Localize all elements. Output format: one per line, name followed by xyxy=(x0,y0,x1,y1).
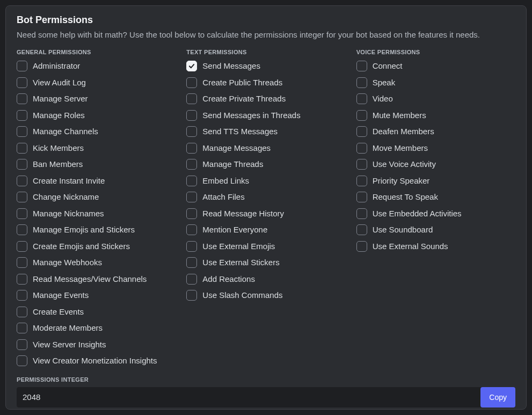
permission-manage-messages[interactable]: Manage Messages xyxy=(186,143,345,154)
permission-use-external-stickers[interactable]: Use External Stickers xyxy=(186,257,345,268)
checkbox[interactable] xyxy=(186,208,197,219)
permission-send-messages-in-threads[interactable]: Send Messages in Threads xyxy=(186,110,345,121)
permission-manage-emojis-and-stickers[interactable]: Manage Emojis and Stickers xyxy=(17,224,176,235)
permission-read-message-history[interactable]: Read Message History xyxy=(186,208,345,219)
permission-administrator[interactable]: Administrator xyxy=(17,61,176,71)
checkbox[interactable] xyxy=(186,257,197,268)
permission-deafen-members[interactable]: Deafen Members xyxy=(356,126,515,137)
checkbox[interactable] xyxy=(186,192,197,202)
checkbox[interactable] xyxy=(356,159,367,170)
permission-ban-members[interactable]: Ban Members xyxy=(17,159,176,170)
permission-use-embedded-activities[interactable]: Use Embedded Activities xyxy=(356,208,515,219)
permission-attach-files[interactable]: Attach Files xyxy=(186,192,345,202)
permission-embed-links[interactable]: Embed Links xyxy=(186,176,345,186)
permission-priority-speaker[interactable]: Priority Speaker xyxy=(356,176,515,186)
checkbox[interactable] xyxy=(186,241,197,252)
permission-send-messages[interactable]: Send Messages xyxy=(186,61,345,71)
checkbox[interactable] xyxy=(17,176,27,186)
checkbox[interactable] xyxy=(17,208,27,219)
permission-label: Create Public Threads xyxy=(202,78,282,88)
checkbox[interactable] xyxy=(186,224,197,235)
checkbox[interactable] xyxy=(17,274,27,285)
checkbox[interactable] xyxy=(17,290,27,301)
checkbox[interactable] xyxy=(17,93,27,104)
permission-create-private-threads[interactable]: Create Private Threads xyxy=(186,93,345,104)
checkbox[interactable] xyxy=(17,126,27,137)
checkbox[interactable] xyxy=(186,110,197,121)
checkbox[interactable] xyxy=(17,192,27,202)
permission-video[interactable]: Video xyxy=(356,93,515,104)
permission-request-to-speak[interactable]: Request To Speak xyxy=(356,192,515,202)
permissions-column-voice-permissions: VOICE PERMISSIONSConnectSpeakVideoMute M… xyxy=(356,49,515,372)
permission-create-emojis-and-stickers[interactable]: Create Emojis and Stickers xyxy=(17,241,176,252)
permission-label: Connect xyxy=(373,61,403,71)
checkbox[interactable] xyxy=(17,241,27,252)
permission-manage-server[interactable]: Manage Server xyxy=(17,93,176,104)
checkbox[interactable] xyxy=(356,224,367,235)
permission-manage-threads[interactable]: Manage Threads xyxy=(186,159,345,170)
permission-use-soundboard[interactable]: Use Soundboard xyxy=(356,224,515,235)
permission-use-voice-activity[interactable]: Use Voice Activity xyxy=(356,159,515,170)
permission-create-public-threads[interactable]: Create Public Threads xyxy=(186,77,345,88)
checkbox[interactable] xyxy=(17,143,27,154)
checkbox[interactable] xyxy=(17,110,27,121)
permission-speak[interactable]: Speak xyxy=(356,77,515,88)
permission-add-reactions[interactable]: Add Reactions xyxy=(186,274,345,285)
permission-manage-roles[interactable]: Manage Roles xyxy=(17,110,176,121)
checkbox[interactable] xyxy=(17,355,27,366)
checkbox[interactable] xyxy=(356,176,367,186)
permission-view-server-insights[interactable]: View Server Insights xyxy=(17,339,176,350)
permission-manage-events[interactable]: Manage Events xyxy=(17,290,176,301)
permission-create-instant-invite[interactable]: Create Instant Invite xyxy=(17,176,176,186)
permission-change-nickname[interactable]: Change Nickname xyxy=(17,192,176,202)
checkbox[interactable] xyxy=(186,77,197,88)
permission-use-external-sounds[interactable]: Use External Sounds xyxy=(356,241,515,252)
permission-view-audit-log[interactable]: View Audit Log xyxy=(17,77,176,88)
checkbox[interactable] xyxy=(186,176,197,186)
checkbox[interactable] xyxy=(356,208,367,219)
checkbox[interactable] xyxy=(17,339,27,350)
permission-label: Use External Stickers xyxy=(202,258,279,267)
checkbox[interactable] xyxy=(186,274,197,285)
permission-send-tts-messages[interactable]: Send TTS Messages xyxy=(186,126,345,137)
checkbox[interactable] xyxy=(356,77,367,88)
permission-create-events[interactable]: Create Events xyxy=(17,307,176,317)
permission-mute-members[interactable]: Mute Members xyxy=(356,110,515,121)
checkbox[interactable] xyxy=(356,143,367,154)
checkbox[interactable] xyxy=(186,93,197,104)
permission-manage-nicknames[interactable]: Manage Nicknames xyxy=(17,208,176,219)
permission-move-members[interactable]: Move Members xyxy=(356,143,515,154)
permission-view-creator-monetization-insights[interactable]: View Creator Monetization Insights xyxy=(17,355,176,366)
checkbox[interactable] xyxy=(356,61,367,71)
checkbox[interactable] xyxy=(17,224,27,235)
checkbox[interactable] xyxy=(186,143,197,154)
checkbox[interactable] xyxy=(356,241,367,252)
checkbox[interactable] xyxy=(17,307,27,317)
permission-connect[interactable]: Connect xyxy=(356,61,515,71)
checkbox[interactable] xyxy=(356,93,367,104)
permission-kick-members[interactable]: Kick Members xyxy=(17,143,176,154)
checkbox[interactable] xyxy=(186,159,197,170)
checkbox[interactable] xyxy=(17,77,27,88)
permission-manage-webhooks[interactable]: Manage Webhooks xyxy=(17,257,176,268)
checkbox[interactable] xyxy=(186,290,197,301)
checkbox[interactable] xyxy=(186,126,197,137)
permission-label: Deafen Members xyxy=(373,127,434,136)
permission-moderate-members[interactable]: Moderate Members xyxy=(17,323,176,333)
permission-manage-channels[interactable]: Manage Channels xyxy=(17,126,176,137)
permissions-integer-input[interactable] xyxy=(17,387,482,407)
checkbox[interactable] xyxy=(17,323,27,333)
checkbox[interactable] xyxy=(17,257,27,268)
checkbox[interactable] xyxy=(17,159,27,170)
checkbox[interactable] xyxy=(17,61,27,71)
checkbox[interactable] xyxy=(356,110,367,121)
permission-label: Request To Speak xyxy=(373,192,438,202)
permission-read-messages-view-channels[interactable]: Read Messages/View Channels xyxy=(17,274,176,285)
checkbox[interactable] xyxy=(186,61,197,71)
checkbox[interactable] xyxy=(356,192,367,202)
copy-button[interactable]: Copy xyxy=(480,387,515,407)
checkbox[interactable] xyxy=(356,126,367,137)
permission-use-slash-commands[interactable]: Use Slash Commands xyxy=(186,290,345,301)
permission-use-external-emojis[interactable]: Use External Emojis xyxy=(186,241,345,252)
permission-mention-everyone[interactable]: Mention Everyone xyxy=(186,224,345,235)
